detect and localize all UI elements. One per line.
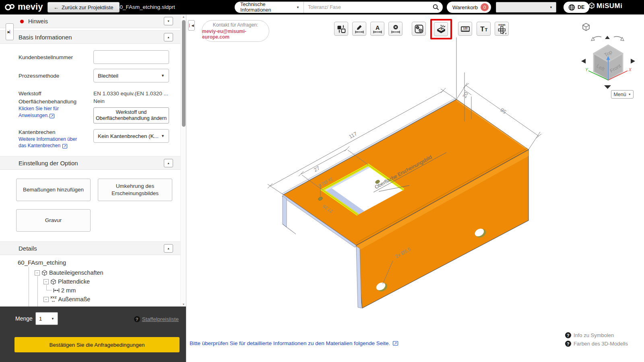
rotate-right-icon[interactable] xyxy=(614,37,624,41)
open-file-name: 60_FAsm_etching.sldprt xyxy=(117,4,175,10)
scroll-up-icon[interactable]: ▲ xyxy=(181,15,186,18)
dim-cut-length: 27 xyxy=(313,165,321,173)
etching-button-selected[interactable]: A xyxy=(434,22,448,36)
process-method-value: Blechteil xyxy=(98,73,118,79)
materials-info-link[interactable]: Bitte überprüfen Sie für detaillierte In… xyxy=(190,340,398,346)
etching-icon: A xyxy=(436,24,446,35)
tree-line xyxy=(46,290,52,290)
hinweis-expand-button[interactable]: ▼ xyxy=(164,17,173,25)
sidebar-scrollbar[interactable]: ▲ ▼ xyxy=(180,14,186,306)
process-method-select[interactable]: Blechteil ▼ xyxy=(93,69,169,82)
sheet-metal-part[interactable] xyxy=(282,98,528,308)
symbols-info-link[interactable]: ? Info zu Symbolen xyxy=(565,332,628,338)
search-icon[interactable] xyxy=(429,4,443,10)
details-collapse-button[interactable]: ▲ xyxy=(164,244,173,253)
confirm-request-button[interactable]: Bestätigen Sie die Anfragebedingungen xyxy=(14,337,180,352)
back-to-projects-button[interactable]: ← Zurück zur Projektliste xyxy=(47,2,120,12)
surface-treatment-value: Nein xyxy=(93,98,169,104)
collapse-minus-icon[interactable]: − xyxy=(43,297,49,302)
canvas-collapse-handle[interactable]: ▏◀ xyxy=(188,20,195,31)
tree-item-aussenmasse[interactable]: − XYZ ↔ Außenmaße xyxy=(43,296,90,302)
scroll-down-icon[interactable]: ▼ xyxy=(181,303,186,306)
measure-ruler-button[interactable]: 123 xyxy=(458,22,472,36)
iso-view-icon[interactable] xyxy=(583,23,589,31)
delete-dimension-button[interactable] xyxy=(388,22,402,36)
rotate-left-icon[interactable] xyxy=(591,37,601,41)
view-menu-button[interactable]: Menü ▼ xyxy=(611,90,634,99)
view-menu-label: Menü xyxy=(613,92,626,97)
edge-break-select[interactable]: Kein Kantenbrechen (K... ▼ xyxy=(93,129,169,143)
model-colors-link[interactable]: ? Farben des 3D-Modells xyxy=(565,341,628,347)
misumi-logo: MiSUMi xyxy=(588,2,622,10)
edit-holes-button[interactable] xyxy=(412,22,426,36)
text-size-button[interactable]: T T xyxy=(477,22,491,36)
collapse-minus-icon[interactable]: − xyxy=(43,279,49,284)
viewer-canvas[interactable]: ▏◀ Kontakt für Anfragen: meviy-eu@misumi… xyxy=(186,14,644,362)
rotate-right-step-icon[interactable] xyxy=(631,59,635,64)
options-collapse-button[interactable]: ▲ xyxy=(164,159,173,167)
add-dimensions-button[interactable]: Bemaßungen hinzufügen xyxy=(16,179,91,201)
six-views-button[interactable]: 6VIEWS xyxy=(495,22,509,36)
basis-info-header[interactable]: Basis Informationen ▲ xyxy=(0,30,180,44)
language-button[interactable]: DE xyxy=(564,2,589,13)
edit-dimension-button[interactable] xyxy=(352,22,366,36)
cart-button[interactable]: Warenkorb 0 xyxy=(447,2,491,13)
globe-icon xyxy=(568,4,575,11)
tree-item-thickness[interactable]: 2 mm xyxy=(53,287,76,294)
search-bar: Technische Informationen ▼ xyxy=(235,2,443,13)
rotate-left-step-icon[interactable] xyxy=(581,59,586,64)
material-value: EN 1.0330 equiv.(EN 1.0320 ... xyxy=(93,90,168,97)
tree-line xyxy=(46,285,47,290)
axis-triad: Y X xyxy=(585,56,632,80)
scrollbar-thumb[interactable] xyxy=(182,20,186,127)
delete-dimension-icon xyxy=(391,24,400,34)
edge-break-info-link[interactable]: Weitere Informationen über das Kantenbre… xyxy=(19,136,77,148)
basis-collapse-button[interactable]: ▲ xyxy=(164,33,173,41)
order-number-label: Kundenbestellnummer xyxy=(19,54,93,60)
replace-model-icon xyxy=(336,24,346,34)
view-cube-widget[interactable]: Top Left Front Y X xyxy=(581,23,635,89)
cart-label: Warenkorb xyxy=(452,4,478,10)
3d-model-view[interactable]: 117 58 20 27 2x Ø2.5 27.25 2x Ø5.5 Oberf… xyxy=(186,14,644,362)
option-settings-header[interactable]: Einstellung der Option ▲ xyxy=(0,156,180,170)
panel-collapse-handle[interactable]: ▶▏ xyxy=(6,23,14,40)
external-link-icon: ↗ xyxy=(393,341,398,346)
material-label: Werkstoff xyxy=(19,90,93,97)
project-select[interactable]: ▼ xyxy=(496,2,556,12)
tier-price-link[interactable]: Staffelpreisliste xyxy=(142,316,179,322)
ruler-123-icon: 123 xyxy=(460,24,470,34)
chevron-down-icon: ▼ xyxy=(549,6,553,9)
tilt-down-icon[interactable] xyxy=(604,85,611,89)
search-category-select[interactable]: Technische Informationen ▼ xyxy=(235,2,304,13)
replace-model-button[interactable] xyxy=(334,22,348,36)
tilt-up-icon[interactable] xyxy=(605,36,610,39)
chevron-down-icon: ▼ xyxy=(161,134,165,138)
search-input[interactable] xyxy=(304,4,429,10)
quantity-select[interactable]: 1 ▼ xyxy=(35,312,58,325)
edge-break-label: Kantenbrechen xyxy=(19,129,93,135)
meviy-logo[interactable]: meviy xyxy=(4,2,43,12)
question-icon: ? xyxy=(134,316,140,322)
engraving-button[interactable]: Gravur xyxy=(16,209,91,232)
tree-root-item[interactable]: 60_FAsm_etching xyxy=(18,259,66,266)
quantity-label: Menge xyxy=(15,315,33,322)
change-material-button[interactable]: Werkstoff undOberflächenbehandlung änder… xyxy=(93,107,169,123)
left-flange xyxy=(283,196,287,227)
left-config-panel: ▶▏ Hinweis ▼ Basis Informationen ▲ Kunde… xyxy=(0,14,180,306)
invert-appearance-button[interactable]: Umkehrung desErscheinungsbildes xyxy=(98,179,172,201)
edge-break-value: Kein Kantenbrechen (K... xyxy=(98,133,159,139)
svg-text:T: T xyxy=(480,25,485,33)
contact-email-link[interactable]: meviy-eu@misumi-europe.com xyxy=(202,29,269,40)
hinweis-header[interactable]: Hinweis ▼ xyxy=(0,14,180,28)
instructions-link[interactable]: Klicken Sie hier für Anweisungen.↗ xyxy=(19,106,59,118)
order-number-input[interactable] xyxy=(93,50,169,64)
dimension-text-button[interactable]: A xyxy=(370,22,384,36)
quote-footer: Menge 1 ▼ ? Staffelpreisliste Bestätigen… xyxy=(0,306,186,362)
tree-item-plattendicke[interactable]: − Plattendicke xyxy=(43,278,90,285)
cube-icon xyxy=(50,279,56,285)
tree-item-bauteileigenschaften[interactable]: − Bauteileigenschaften xyxy=(35,269,103,276)
details-header[interactable]: Details ▲ xyxy=(0,241,180,255)
text-size-icon: T T xyxy=(479,24,489,34)
collapse-minus-icon[interactable]: − xyxy=(35,270,40,276)
chevron-down-icon: ▼ xyxy=(296,6,299,9)
